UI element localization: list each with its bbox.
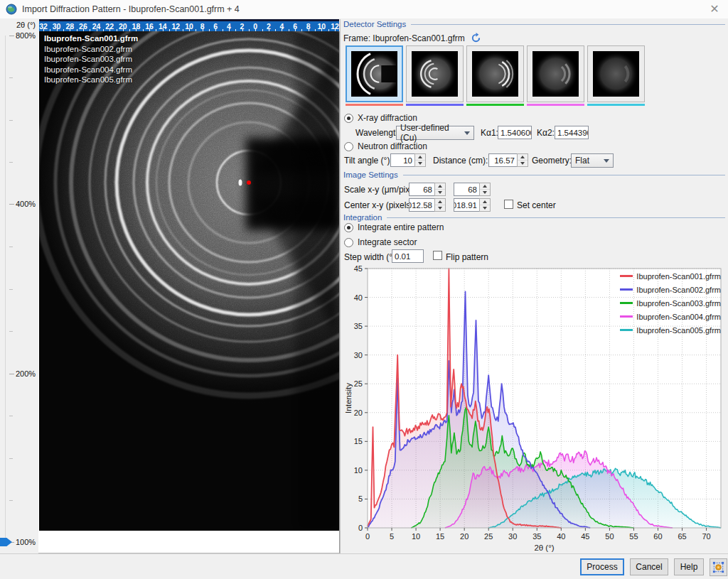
thumbnail-frame <box>406 45 464 102</box>
thumbnail-frame <box>527 45 584 102</box>
frame-file-item[interactable]: Ibuprofen-Scan005.gfrm <box>44 75 138 85</box>
frame-thumbnail[interactable] <box>587 45 645 106</box>
flip-pattern-label: Flip pattern <box>446 252 488 262</box>
frame-thumbnail[interactable] <box>406 45 464 106</box>
frame-file-item[interactable]: Ibuprofen-Scan004.gfrm <box>44 65 138 75</box>
frame-thumbnail[interactable] <box>466 45 524 106</box>
frame-file-item[interactable]: Ibuprofen-Scan002.gfrm <box>44 44 138 55</box>
ka2-label: Kα2: <box>537 128 555 138</box>
distance-value[interactable]: 16.57 <box>488 153 517 167</box>
step-width-input[interactable]: 0.01 <box>392 249 424 263</box>
geometry-select[interactable]: Flat <box>571 153 614 168</box>
spin-down-icon[interactable] <box>480 189 490 195</box>
ka1-input[interactable]: 1.540600 <box>498 126 532 139</box>
svg-text:45: 45 <box>581 532 589 541</box>
flip-pattern-checkbox[interactable] <box>433 251 442 260</box>
svg-text:35: 35 <box>354 322 363 330</box>
ruler-corner-label: 2θ (°) <box>0 21 36 29</box>
svg-text:30: 30 <box>508 532 517 541</box>
spin-up-icon[interactable] <box>435 183 445 189</box>
legend-swatch <box>620 329 633 331</box>
process-button[interactable]: Process <box>580 558 624 575</box>
center-y-stepper[interactable]: 1,018.91 <box>454 198 491 212</box>
center-x-value[interactable]: 1,012.58 <box>409 198 434 212</box>
thumbnail-frame <box>587 45 645 102</box>
import-diffraction-dialog: { "window": { "title": "Import Diffracti… <box>0 0 728 579</box>
xray-radio-label: X-ray diffraction <box>358 113 417 123</box>
selection-frame-button[interactable] <box>710 558 727 576</box>
help-button[interactable]: Help <box>674 558 704 575</box>
svg-text:10: 10 <box>412 532 420 541</box>
frame-thumbnail[interactable] <box>527 45 584 106</box>
integrate-entire-radio[interactable] <box>344 223 353 232</box>
section-label: Detector Settings <box>343 20 406 28</box>
distance-stepper[interactable]: 16.57 <box>488 153 528 167</box>
spin-down-icon[interactable] <box>435 205 445 211</box>
scale-x-stepper[interactable]: 68 <box>409 183 446 196</box>
tilt-angle-stepper[interactable]: 10 <box>390 153 426 167</box>
svg-text:15: 15 <box>436 532 444 541</box>
scale-y-value[interactable]: 68 <box>454 183 479 196</box>
legend-swatch <box>620 302 633 304</box>
svg-text:60: 60 <box>653 532 662 541</box>
frame-file-item[interactable]: Ibuprofen-Scan001.gfrm <box>44 33 138 44</box>
center-x-stepper[interactable]: 1,012.58 <box>409 198 446 212</box>
ka2-input[interactable]: 1.544390 <box>555 126 589 139</box>
svg-text:5: 5 <box>358 494 363 503</box>
xray-radio-row: X-ray diffraction <box>344 113 417 123</box>
close-icon[interactable]: ✕ <box>707 1 722 17</box>
spin-up-icon[interactable] <box>435 199 445 205</box>
thumbnail-color-bar <box>406 104 464 106</box>
cancel-button[interactable]: Cancel <box>630 558 668 575</box>
intensity-chart: Ibuprofen-Scan001.gfrmIbuprofen-Scan002.… <box>343 263 728 553</box>
step-width-label: Step width (°): <box>344 252 398 262</box>
scale-x-value[interactable]: 68 <box>409 183 434 196</box>
set-center-checkbox[interactable] <box>504 200 513 209</box>
svg-text:10: 10 <box>354 466 363 475</box>
wavelength-select[interactable]: User-defined (Cu) <box>396 126 474 140</box>
spin-up-icon[interactable] <box>518 154 528 160</box>
svg-text:45: 45 <box>354 264 363 273</box>
spin-down-icon[interactable] <box>435 189 445 195</box>
frame-thumbnails <box>346 45 645 106</box>
integrate-sector-radio[interactable] <box>344 238 353 247</box>
svg-text:20: 20 <box>354 408 363 417</box>
zoom-slider-handle[interactable] <box>0 538 12 546</box>
zoom-minor-tick <box>9 77 13 78</box>
svg-text:50: 50 <box>605 532 614 541</box>
legend-entry: Ibuprofen-Scan003.gfrm <box>620 298 721 308</box>
frame-thumbnail[interactable] <box>346 45 403 106</box>
legend-entry: Ibuprofen-Scan005.gfrm <box>620 325 721 335</box>
set-center-label: Set center <box>517 200 556 210</box>
xray-radio[interactable] <box>344 114 353 123</box>
refresh-icon[interactable] <box>471 33 481 43</box>
tilt-angle-value[interactable]: 10 <box>390 153 414 167</box>
zoom-slider-track[interactable] <box>5 36 6 542</box>
section-label: Integration <box>343 213 382 222</box>
legend-entry: Ibuprofen-Scan002.gfrm <box>620 285 721 294</box>
spin-down-icon[interactable] <box>415 160 425 166</box>
zoom-level-label: 200% <box>16 369 36 378</box>
zoom-minor-tick <box>9 416 13 416</box>
zoom-minor-tick <box>9 120 13 121</box>
spin-down-icon[interactable] <box>480 205 490 211</box>
zoom-minor-tick <box>9 289 13 290</box>
two-theta-ruler: 3230282624222018161412108642024681012 <box>39 19 339 31</box>
svg-text:65: 65 <box>678 532 686 541</box>
spin-up-icon[interactable] <box>480 183 490 189</box>
chevron-down-icon <box>604 159 609 163</box>
spin-up-icon[interactable] <box>480 199 490 205</box>
neutron-radio[interactable] <box>344 142 353 151</box>
spin-down-icon[interactable] <box>518 160 528 166</box>
scale-y-stepper[interactable]: 68 <box>454 183 491 196</box>
diffraction-image[interactable] <box>39 31 339 531</box>
spin-up-icon[interactable] <box>415 154 425 160</box>
frame-file-item[interactable]: Ibuprofen-Scan003.gfrm <box>44 54 138 65</box>
neutron-radio-row: Neutron diffraction <box>344 141 427 151</box>
zoom-level-label: 400% <box>16 200 36 208</box>
window-title: Import Diffraction Pattern - Ibuprofen-S… <box>22 4 240 14</box>
wavelength-value: User-defined (Cu) <box>400 123 464 143</box>
legend-entry: Ibuprofen-Scan001.gfrm <box>620 271 721 281</box>
distance-label: Distance (cm): <box>433 156 488 166</box>
center-y-value[interactable]: 1,018.91 <box>454 198 479 212</box>
